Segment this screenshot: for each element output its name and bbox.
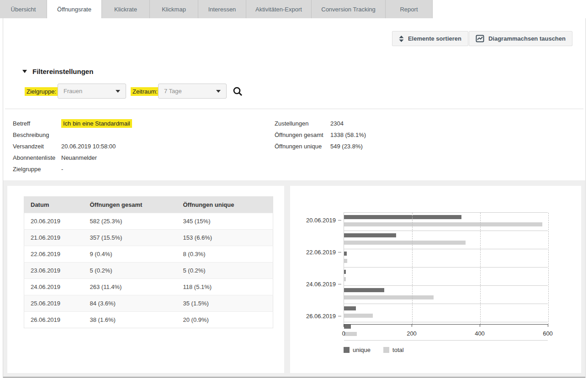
meta-value: 2304 — [330, 120, 344, 127]
gridline — [480, 213, 481, 324]
table-cell: 26.06.2019 — [24, 312, 84, 328]
table-cell: 38 (1.6%) — [84, 312, 177, 328]
meta-label: Öffnungen unique — [275, 143, 330, 150]
y-axis-label-text: 24.06.2019 — [306, 281, 336, 288]
table-body: 20.06.2019582 (25.3%)345 (15%)21.06.2019… — [24, 213, 273, 328]
table-header-row: DatumÖffnungen gesamtÖffnungen unique — [24, 197, 273, 213]
x-tick — [412, 325, 412, 327]
tab-übersicht[interactable]: Übersicht — [0, 0, 47, 18]
zeitraum-selected-value: 7 Tage — [164, 88, 182, 94]
sort-elements-label: Elemente sortieren — [408, 35, 461, 42]
swap-chart-axes-button[interactable]: Diagrammachsen tauschen — [469, 31, 572, 46]
x-tick-label: 0 — [342, 330, 345, 337]
chart-group — [344, 288, 548, 304]
x-tick-label: 400 — [475, 330, 485, 337]
table-cell: 22.06.2019 — [24, 246, 84, 262]
column-header: Öffnungen gesamt — [84, 197, 177, 213]
chart-group — [344, 233, 548, 249]
meta-label: Zustellungen — [275, 120, 330, 127]
gridline — [412, 213, 413, 324]
sort-elements-button[interactable]: Elemente sortieren — [392, 31, 468, 46]
table-cell: 263 (11.4%) — [84, 279, 177, 295]
table-cell: 5 (0.2%) — [84, 262, 177, 279]
chevron-down-icon — [116, 90, 120, 93]
legend-item-unique: unique — [344, 346, 371, 353]
column-header: Datum — [24, 197, 84, 213]
y-axis-label: 22.06.2019 — [291, 249, 341, 256]
bar-total — [344, 314, 373, 318]
openings-table: DatumÖffnungen gesamtÖffnungen unique 20… — [24, 196, 273, 328]
tab-öffnungsrate[interactable]: Öffnungsrate — [47, 0, 102, 18]
openings-table-card: DatumÖffnungen gesamtÖffnungen unique 20… — [7, 186, 284, 373]
bar-total — [344, 259, 347, 263]
chevron-down-icon — [216, 90, 221, 93]
meta-row: Zielgruppe- — [13, 163, 132, 175]
chart-icon — [476, 35, 484, 42]
tab-interessen[interactable]: Interessen — [198, 0, 246, 18]
meta-value: 549 (23.8%) — [330, 143, 363, 150]
tab-klickmap[interactable]: Klickmap — [150, 0, 198, 18]
table-row: 25.06.201984 (3.6%)35 (1.5%) — [24, 295, 273, 312]
table-cell: 582 (25.3%) — [84, 213, 177, 230]
table-row: 21.06.2019357 (15.5%)153 (6.6%) — [24, 230, 273, 246]
column-header: Öffnungen unique — [177, 197, 273, 213]
meta-label: Abonnentenliste — [13, 154, 61, 161]
meta-row: Öffnungen unique549 (23.8%) — [275, 141, 366, 152]
tab-aktivitäten-export[interactable]: Aktivitäten-Export — [246, 0, 312, 18]
bar-unique — [344, 288, 384, 292]
table-cell: 8 (0.3%) — [177, 246, 273, 262]
table-row: 20.06.2019582 (25.3%)345 (15%) — [24, 213, 273, 230]
table-cell: 24.06.2019 — [24, 279, 84, 295]
chart-group — [344, 215, 548, 231]
meta-value: Ich bin eine Standardmail — [61, 119, 132, 128]
chart-group — [344, 252, 548, 268]
zeitraum-select[interactable]: 7 Tage — [158, 84, 227, 99]
y-tick-icon — [338, 316, 341, 316]
table-cell: 345 (15%) — [177, 213, 273, 230]
chart-group — [344, 325, 548, 341]
zielgruppe-label: Zielgruppe: — [25, 87, 58, 96]
swap-chart-axes-label: Diagrammachsen tauschen — [488, 35, 566, 42]
meta-row: Versandzeit20.06.2019 10:58:00 — [13, 141, 132, 152]
table-cell: 35 (1.5%) — [177, 295, 273, 312]
bar-unique — [344, 215, 461, 219]
collapse-triangle-icon — [22, 70, 27, 73]
filter-settings-heading: Filtereinstellungen — [32, 68, 93, 75]
filter-settings-toggle[interactable]: Filtereinstellungen — [22, 68, 93, 75]
openings-chart-card: 0200400600 uniquetotal 20.06.201922.06.2… — [290, 186, 581, 373]
bar-total — [344, 222, 542, 226]
meta-label: Versandzeit — [13, 143, 61, 150]
meta-label: Beschreibung — [13, 131, 61, 138]
y-axis-label: 26.06.2019 — [291, 313, 341, 320]
bar-unique — [344, 270, 346, 274]
tab-bar: ÜbersichtÖffnungsrateKlickrateKlickmapIn… — [0, 0, 588, 18]
x-tick — [548, 325, 548, 327]
zielgruppe-select[interactable]: Frauen — [58, 84, 126, 99]
y-axis-label-text: 26.06.2019 — [306, 313, 336, 320]
meta-value: Neuanmelder — [61, 154, 97, 161]
y-axis-label: 20.06.2019 — [291, 217, 341, 224]
gridline — [548, 213, 549, 324]
y-axis-label-text: 22.06.2019 — [306, 249, 336, 256]
legend-label: unique — [353, 346, 371, 353]
meta-row: BetreffIch bin eine Standardmail — [13, 118, 132, 129]
tab-klickrate[interactable]: Klickrate — [102, 0, 150, 18]
table-row: 23.06.20195 (0.2%)5 (0.2%) — [24, 262, 273, 279]
meta-label: Betreff — [13, 120, 61, 127]
chart-group — [344, 306, 548, 322]
table-cell: 5 (0.2%) — [177, 262, 273, 279]
results-section: DatumÖffnungen gesamtÖffnungen unique 20… — [3, 180, 585, 378]
meta-row: Beschreibung — [13, 129, 132, 141]
table-cell: 20.06.2019 — [24, 213, 84, 230]
legend-item-total: total — [383, 346, 404, 353]
meta-label: Zielgruppe — [13, 166, 61, 173]
meta-label: Öffnungen gesamt — [275, 131, 330, 138]
x-tick — [344, 325, 344, 327]
bar-unique — [344, 233, 396, 237]
tab-conversion-tracking[interactable]: Conversion Tracking — [312, 0, 386, 18]
legend-swatch — [344, 347, 350, 353]
table-cell: 84 (3.6%) — [84, 295, 177, 312]
tab-report[interactable]: Report — [386, 0, 433, 18]
search-icon[interactable] — [233, 86, 243, 99]
table-cell: 25.06.2019 — [24, 295, 84, 312]
